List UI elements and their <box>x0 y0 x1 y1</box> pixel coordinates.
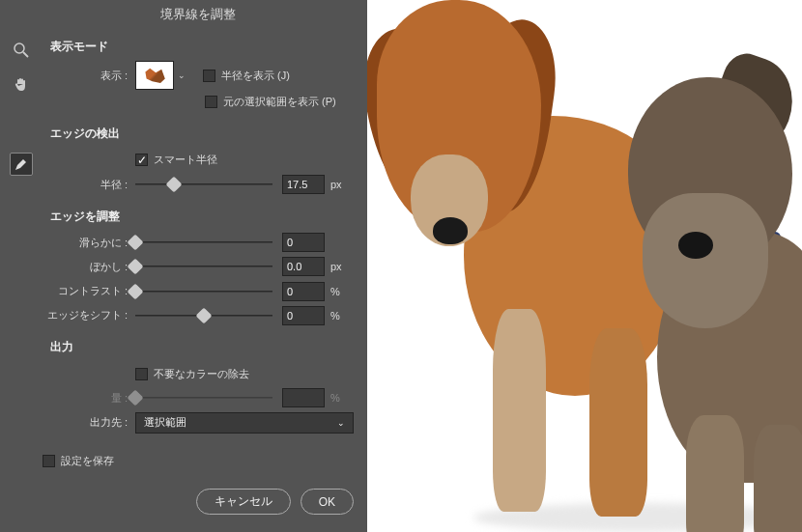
left-toolbar <box>0 0 43 532</box>
chevron-down-icon: ⌄ <box>337 418 345 428</box>
feather-unit: px <box>330 261 354 272</box>
display-label: 表示 : <box>43 69 135 83</box>
svg-line-1 <box>23 52 28 57</box>
dialog-footer: キャンセル OK <box>43 475 354 532</box>
image-preview[interactable] <box>367 0 802 532</box>
radius-input[interactable] <box>282 175 325 194</box>
zoom-tool[interactable] <box>10 39 33 62</box>
amount-slider <box>135 389 272 406</box>
decontaminate-label: 不要なカラーの除去 <box>154 367 249 381</box>
output-to-label: 出力先 : <box>43 415 135 430</box>
contrast-unit: % <box>330 286 354 297</box>
svg-point-0 <box>14 43 24 53</box>
refine-edge-panel: 境界線を調整 表示モード 表示 : ⌄ 半径を表示 (J) 元の選択範囲を表示 … <box>0 0 367 532</box>
section-edge-detect: エッジの検出 <box>43 126 354 142</box>
radius-unit: px <box>330 179 354 190</box>
hand-tool[interactable] <box>10 73 33 97</box>
shift-edge-unit: % <box>330 310 354 322</box>
output-to-select[interactable]: 選択範囲 ⌄ <box>135 412 354 434</box>
decontaminate-checkbox[interactable] <box>135 368 148 380</box>
smooth-label: 滑らかに : <box>43 236 135 250</box>
smart-radius-checkbox[interactable] <box>135 154 148 166</box>
panel-main: 境界線を調整 表示モード 表示 : ⌄ 半径を表示 (J) 元の選択範囲を表示 … <box>43 0 367 532</box>
feather-slider[interactable] <box>135 258 272 275</box>
magnifier-icon <box>13 42 30 59</box>
refine-brush-tool[interactable] <box>10 153 33 176</box>
shift-edge-slider[interactable] <box>135 307 272 324</box>
feather-label: ぼかし : <box>43 260 135 274</box>
radius-label: 半径 : <box>43 178 135 192</box>
chevron-down-icon: ⌄ <box>178 70 186 80</box>
feather-input[interactable] <box>282 257 325 276</box>
section-output: 出力 <box>43 339 354 355</box>
smooth-slider[interactable] <box>135 234 272 251</box>
show-radius-checkbox[interactable] <box>203 70 215 82</box>
remember-settings-checkbox[interactable] <box>43 455 55 467</box>
output-to-value: 選択範囲 <box>144 415 186 430</box>
shift-edge-input[interactable] <box>282 306 325 325</box>
view-mode-thumbnail[interactable]: ⌄ <box>135 61 186 90</box>
panel-title: 境界線を調整 <box>43 0 354 29</box>
shift-edge-label: エッジをシフト : <box>43 308 135 322</box>
dog-terrier <box>618 77 802 531</box>
amount-input <box>282 388 325 407</box>
cancel-button[interactable]: キャンセル <box>196 489 291 515</box>
show-original-label: 元の選択範囲を表示 (P) <box>223 95 336 109</box>
smooth-input[interactable] <box>282 233 325 252</box>
contrast-slider[interactable] <box>135 283 272 300</box>
smart-radius-label: スマート半径 <box>154 153 217 167</box>
contrast-input[interactable] <box>282 282 325 301</box>
remember-settings-label: 設定を保存 <box>61 454 114 468</box>
section-edge-adjust: エッジを調整 <box>43 209 354 225</box>
thumbnail-preview <box>135 61 174 90</box>
show-original-checkbox[interactable] <box>205 96 217 108</box>
radius-slider[interactable] <box>135 176 272 193</box>
brush-icon <box>13 155 30 173</box>
amount-unit: % <box>330 392 354 404</box>
section-view-mode: 表示モード <box>43 39 354 55</box>
hand-icon <box>13 76 30 94</box>
contrast-label: コントラスト : <box>43 284 135 298</box>
ok-button[interactable]: OK <box>301 489 354 515</box>
show-radius-label: 半径を表示 (J) <box>221 69 290 83</box>
amount-label: 量 : <box>43 391 135 406</box>
